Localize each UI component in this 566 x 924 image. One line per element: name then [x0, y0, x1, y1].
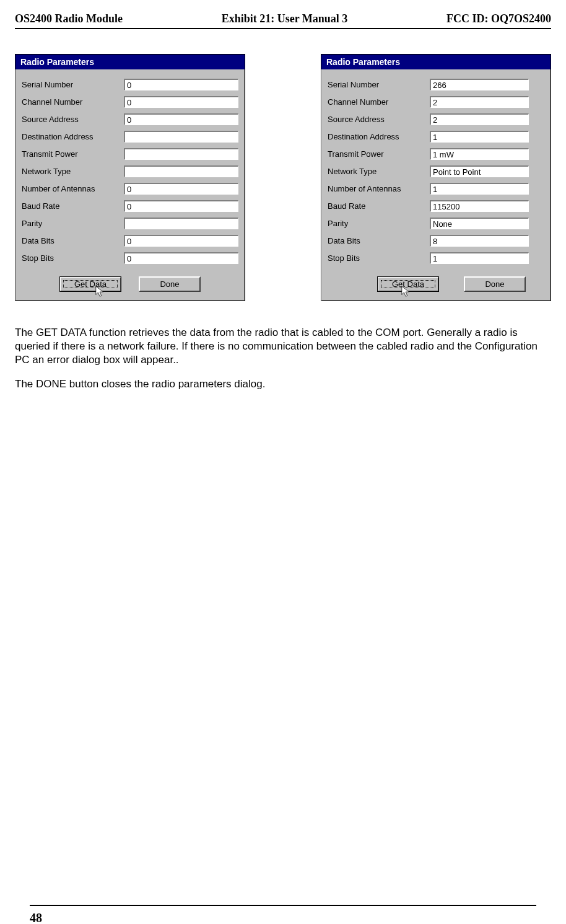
input-serial-number[interactable]: 0 — [124, 79, 238, 90]
label-stop-bits: Stop Bits — [22, 253, 124, 263]
label-number-of-antennas: Number of Antennas — [328, 184, 430, 193]
label-channel-number: Channel Number — [328, 97, 430, 107]
footer-rule — [30, 905, 536, 906]
dialog-title: Radio Parameters — [321, 55, 551, 69]
input-number-of-antennas[interactable]: 1 — [430, 183, 529, 195]
label-data-bits: Data Bits — [328, 236, 430, 245]
get-data-button[interactable]: Get Data — [377, 276, 439, 292]
input-baud-rate[interactable]: 0 — [124, 200, 238, 212]
document-header: OS2400 Radio Module Exhibit 21: User Man… — [15, 12, 551, 29]
label-serial-number: Serial Number — [328, 80, 430, 89]
label-network-type: Network Type — [22, 167, 124, 176]
dialog-title: Radio Parameters — [15, 55, 245, 69]
input-data-bits[interactable]: 0 — [124, 235, 238, 247]
input-network-type[interactable]: Point to Point — [430, 165, 529, 177]
input-source-address[interactable]: 2 — [430, 113, 529, 125]
input-network-type[interactable] — [124, 165, 238, 177]
input-destination-address[interactable]: 1 — [430, 131, 529, 143]
input-parity[interactable] — [124, 218, 238, 229]
input-number-of-antennas[interactable]: 0 — [124, 183, 238, 195]
label-destination-address: Destination Address — [328, 132, 430, 141]
done-button[interactable]: Done — [464, 276, 526, 292]
input-transmit-power[interactable]: 1 mW — [430, 148, 529, 160]
label-parity: Parity — [328, 219, 430, 228]
label-baud-rate: Baud Rate — [328, 201, 430, 211]
paragraph-done: The DONE button closes the radio paramet… — [15, 377, 551, 391]
label-baud-rate: Baud Rate — [22, 201, 124, 211]
label-parity: Parity — [22, 219, 124, 228]
label-source-address: Source Address — [328, 115, 430, 124]
radio-parameters-dialog-before: Radio Parameters Serial Number 0 Channel… — [15, 54, 245, 301]
input-data-bits[interactable]: 8 — [430, 235, 529, 247]
input-channel-number[interactable]: 0 — [124, 96, 238, 108]
input-channel-number[interactable]: 2 — [430, 96, 529, 108]
input-parity[interactable]: None — [430, 218, 529, 229]
label-destination-address: Destination Address — [22, 132, 124, 141]
done-button[interactable]: Done — [139, 276, 201, 292]
input-serial-number[interactable]: 266 — [430, 79, 529, 90]
label-network-type: Network Type — [328, 167, 430, 176]
get-data-button[interactable]: Get Data — [59, 276, 121, 292]
header-left: OS2400 Radio Module — [15, 12, 123, 25]
label-data-bits: Data Bits — [22, 236, 124, 245]
input-stop-bits[interactable]: 0 — [124, 252, 238, 264]
label-stop-bits: Stop Bits — [328, 253, 430, 263]
input-destination-address[interactable] — [124, 131, 238, 143]
radio-parameters-dialog-after: Radio Parameters Serial Number 266 Chann… — [321, 54, 551, 301]
input-baud-rate[interactable]: 115200 — [430, 200, 529, 212]
label-transmit-power: Transmit Power — [328, 149, 430, 159]
input-stop-bits[interactable]: 1 — [430, 252, 529, 264]
header-center: Exhibit 21: User Manual 3 — [222, 12, 348, 25]
dialog-screenshots-row: Radio Parameters Serial Number 0 Channel… — [15, 54, 551, 301]
label-channel-number: Channel Number — [22, 97, 124, 107]
label-number-of-antennas: Number of Antennas — [22, 184, 124, 193]
header-right: FCC ID: OQ7OS2400 — [446, 12, 551, 25]
label-serial-number: Serial Number — [22, 80, 124, 89]
page-number: 48 — [30, 911, 42, 924]
paragraph-get-data: The GET DATA function retrieves the data… — [15, 326, 551, 367]
label-transmit-power: Transmit Power — [22, 149, 124, 159]
input-source-address[interactable]: 0 — [124, 113, 238, 125]
input-transmit-power[interactable] — [124, 148, 238, 160]
label-source-address: Source Address — [22, 115, 124, 124]
